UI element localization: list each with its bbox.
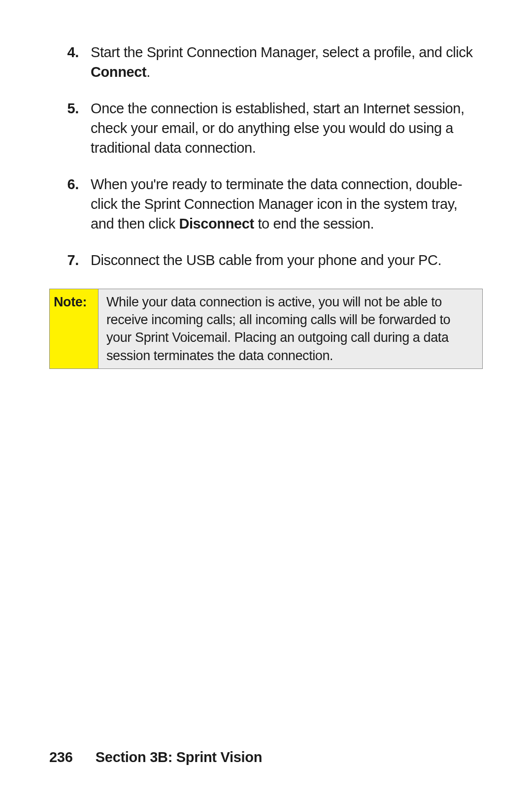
step-text-post: to end the session. — [254, 216, 374, 232]
note-box: Note: While your data connection is acti… — [49, 289, 483, 369]
page-footer: 236 Section 3B: Sprint Vision — [49, 749, 483, 765]
step-text-bold: Disconnect — [179, 216, 254, 232]
step-text: Once the connection is established, star… — [91, 99, 483, 158]
step-number: 6. — [49, 174, 91, 194]
step-text-pre: Start the Sprint Connection Manager, sel… — [91, 44, 473, 60]
note-label: Note: — [50, 289, 99, 368]
step-5: 5. Once the connection is established, s… — [49, 99, 483, 158]
step-text: Start the Sprint Connection Manager, sel… — [91, 42, 483, 82]
step-text-bold: Connect — [91, 64, 146, 80]
step-4: 4. Start the Sprint Connection Manager, … — [49, 42, 483, 82]
step-number: 7. — [49, 250, 91, 270]
step-6: 6. When you're ready to terminate the da… — [49, 174, 483, 233]
page-number: 236 — [49, 749, 92, 765]
note-body: While your data connection is active, yo… — [99, 289, 482, 368]
page: 4. Start the Sprint Connection Manager, … — [0, 0, 532, 798]
step-text: Disconnect the USB cable from your phone… — [91, 250, 483, 270]
section-label: Section 3B: Sprint Vision — [96, 749, 262, 765]
step-text: When you're ready to terminate the data … — [91, 174, 483, 233]
step-text-post: . — [146, 64, 150, 80]
step-number: 5. — [49, 99, 91, 118]
step-7: 7. Disconnect the USB cable from your ph… — [49, 250, 483, 270]
step-number: 4. — [49, 42, 91, 62]
